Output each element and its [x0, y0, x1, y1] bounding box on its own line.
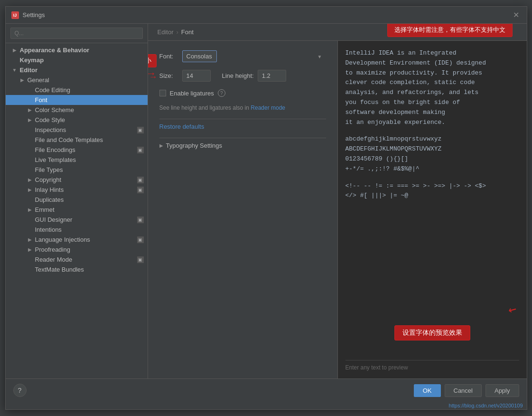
icon-badge: ▣	[137, 236, 144, 243]
help-icon[interactable]: ?	[218, 89, 225, 97]
sidebar-item-label: GUI Designer	[35, 216, 135, 223]
preview-description: IntelliJ IDEA is an IntegratedDevelopmen…	[345, 48, 519, 127]
arrow-icon	[27, 256, 33, 263]
sidebar-item-textmate-bundles[interactable]: TextMate Bundles	[6, 265, 148, 274]
line-height-input[interactable]	[258, 70, 286, 82]
sidebar-item-label: Font	[35, 96, 144, 104]
sidebar-item-label: File Encodings	[35, 146, 135, 153]
apply-button[interactable]: Apply	[485, 384, 519, 397]
font-dropdown[interactable]: Consolas	[182, 50, 217, 62]
icon-badge: ▣	[137, 147, 144, 153]
preview-numbers: 0123456789 (){}[]	[345, 154, 519, 164]
arrow-icon	[27, 127, 33, 133]
sidebar-item-intentions[interactable]: Intentions	[6, 225, 148, 235]
sidebar-item-label: Emmet	[35, 206, 144, 213]
chevron-down-icon: ▼	[317, 54, 322, 59]
icon-badge: ▣	[137, 187, 144, 193]
sidebar-item-file-types[interactable]: File Types	[6, 165, 148, 175]
ok-button[interactable]: OK	[414, 384, 441, 397]
callout-left: 字体大小 →	[148, 54, 157, 79]
sidebar-item-emmet[interactable]: ▶ Emmet	[6, 205, 148, 215]
icon-badge: ▣	[137, 177, 144, 183]
breadcrumb-sep: ›	[176, 28, 178, 36]
url-bar: https://blog.csdn.net/v20200109	[6, 402, 527, 409]
line-height-label: Line height:	[222, 72, 254, 79]
preview-ligatures2: </> #[ |||> |= ~@	[345, 191, 519, 201]
preview-text: IntelliJ IDEA is an IntegratedDevelopmen…	[345, 48, 519, 360]
reader-mode-link[interactable]: Reader mode	[251, 104, 285, 111]
sidebar-item-label: Reader Mode	[35, 256, 135, 263]
icon-badge: ▣	[137, 256, 144, 263]
sidebar-item-color-scheme[interactable]: ▶ Color Scheme	[6, 105, 148, 115]
sidebar-item-label: Copyright	[35, 176, 135, 183]
sidebar-item-label: Appearance & Behavior	[20, 47, 144, 54]
sidebar-item-proofreading[interactable]: ▶ Proofreading	[6, 245, 148, 255]
enable-ligatures-label: Enable ligatures	[170, 90, 214, 97]
sidebar-item-duplicates[interactable]: Duplicates	[6, 195, 148, 205]
sidebar-item-code-editing[interactable]: Code Editing	[6, 85, 148, 95]
sidebar-item-gui-designer[interactable]: GUI Designer ▣	[6, 215, 148, 225]
callout-bottom-text: 设置字体的预览效果	[394, 325, 470, 340]
arrow-icon: ▼	[11, 67, 18, 74]
sidebar-item-editor[interactable]: ▼ Editor	[6, 65, 148, 75]
arrow-icon: ▶	[27, 187, 33, 193]
font-label: Font:	[159, 53, 178, 60]
size-row-container: → Size: Line height:	[159, 70, 326, 82]
sidebar-item-general[interactable]: ▶ General	[6, 75, 148, 85]
arrow-icon: ▶	[27, 246, 33, 253]
sidebar-item-appearance[interactable]: ▶ Appearance & Behavior	[6, 45, 148, 55]
bottom-bar: ? OK Cancel Apply	[6, 378, 527, 402]
arrow-icon: ▶	[27, 117, 33, 123]
sidebar-item-label: File Types	[35, 166, 144, 173]
sidebar-item-reader-mode[interactable]: Reader Mode ▣	[6, 255, 148, 265]
arrow-icon: ▶	[27, 177, 33, 183]
sidebar-item-code-style[interactable]: ▶ Code Style	[6, 115, 148, 125]
sidebar-item-label: Editor	[20, 66, 144, 74]
sidebar-item-file-encodings[interactable]: File Encodings ▣	[6, 145, 148, 155]
typography-arrow-icon: ▶	[159, 143, 163, 148]
preview-symbols: +-*/= .,;:!? #&$%@|^	[345, 164, 519, 174]
sidebar-item-inlay-hints[interactable]: ▶ Inlay Hints ▣	[6, 185, 148, 195]
size-input[interactable]	[182, 70, 211, 82]
sidebar-item-live-templates[interactable]: Live Templates	[6, 155, 148, 165]
arrow-icon	[11, 57, 18, 64]
restore-defaults-link[interactable]: Restore defaults	[159, 123, 326, 130]
main-area: ▶ Appearance & Behavior Keymap ▼ Editor …	[6, 24, 527, 378]
sidebar-item-keymap[interactable]: Keymap	[6, 55, 148, 65]
settings-panel: 字体大小 → Font: Consolas ▼	[148, 41, 338, 378]
sidebar-item-font[interactable]: Font	[6, 95, 148, 105]
sidebar-item-label: Proofreading	[35, 246, 144, 253]
typography-label: Typography Settings	[166, 142, 223, 149]
typography-settings-row[interactable]: ▶ Typography Settings	[159, 142, 326, 149]
sidebar-item-label: Duplicates	[35, 196, 144, 203]
sidebar-item-file-code-templates[interactable]: File and Code Templates	[6, 135, 148, 145]
font-dropdown-wrapper: Consolas ▼	[182, 50, 326, 62]
icon-badge: ▣	[137, 217, 144, 223]
sidebar-item-inspections[interactable]: Inspections ▣	[6, 125, 148, 135]
sidebar-item-label: Code Editing	[35, 86, 144, 94]
sidebar-item-language-injections[interactable]: ▶ Language Injections ▣	[6, 235, 148, 245]
sidebar-item-label: Intentions	[35, 226, 144, 233]
preview-ligatures1: <!-- -- != := === >= >- >=> |-> -> <$>	[345, 181, 519, 191]
enable-ligatures-checkbox[interactable]	[159, 90, 166, 96]
sidebar-item-copyright[interactable]: ▶ Copyright ▣	[6, 175, 148, 185]
tree-area: ▶ Appearance & Behavior Keymap ▼ Editor …	[6, 43, 148, 378]
font-field-row: Font: Consolas ▼	[159, 50, 326, 62]
arrow-icon	[27, 217, 33, 223]
close-button[interactable]: ✕	[511, 10, 521, 19]
preview-lowercase: abcdefghijklmnopqrstuvwxyz	[345, 134, 519, 144]
cancel-button[interactable]: Cancel	[445, 384, 482, 397]
callout-top-text: 选择字体时需注意，有些字体不支持中文	[387, 24, 513, 37]
preview-panel: IntelliJ IDEA is an IntegratedDevelopmen…	[338, 41, 527, 378]
sidebar-item-label: Inlay Hints	[35, 186, 135, 193]
content-area: Editor › Font 选择字体时需注意，有些字体不支持中文 字体大小	[148, 24, 527, 378]
search-box	[6, 24, 148, 43]
preview-uppercase: ABCDEFGHIJKLMNOPQRSTUVWXYZ	[345, 144, 519, 154]
help-button[interactable]: ?	[13, 384, 27, 397]
sidebar-item-label: Code Style	[35, 116, 144, 123]
divider	[159, 119, 326, 119]
arrow-icon	[27, 97, 33, 104]
arrow-icon: ▶	[27, 236, 33, 243]
enable-ligatures-row: Enable ligatures ?	[159, 89, 326, 97]
search-input[interactable]	[10, 28, 143, 39]
